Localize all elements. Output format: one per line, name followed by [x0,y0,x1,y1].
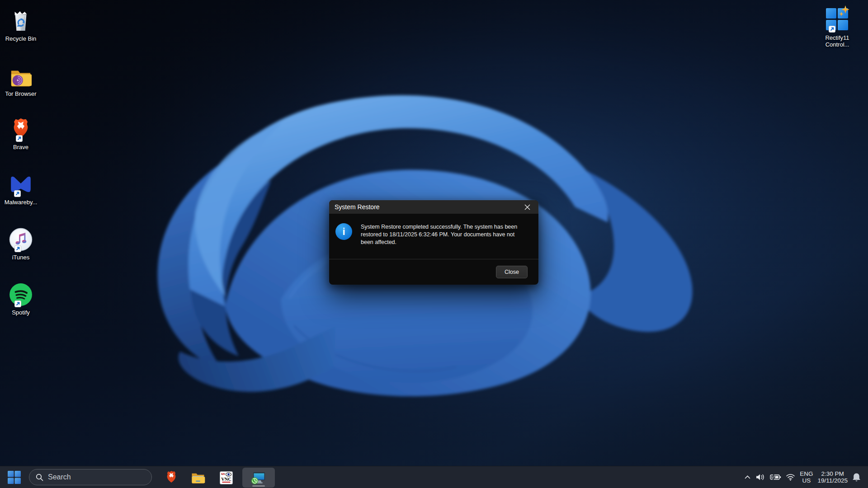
close-button[interactable]: Close [496,266,528,278]
search-box[interactable] [29,469,152,485]
vnc-viewer-icon: VNC [220,471,233,484]
dialog-message-line: been affected. [361,239,517,246]
dialog-body: i System Restore completed successfully.… [329,214,538,259]
rectify11-control-icon [824,5,850,32]
system-tray: ENG US 2:30 PM 19/11/2025 [744,466,868,488]
wifi-icon [786,474,795,481]
start-button[interactable] [6,469,22,485]
file-explorer-icon [191,472,205,484]
taskbar-app-system-restore[interactable] [242,468,275,488]
desktop-icon-rectify11-control[interactable]: Rectify11 Control... [816,5,858,48]
dialog-footer: Close [329,259,538,285]
desktop-icon-label: Brave [13,144,28,150]
bell-icon [852,473,861,482]
keyboard-layout: US [800,477,813,484]
taskbar-app-brave[interactable] [161,468,181,488]
recycle-bin-icon [10,9,31,33]
close-icon [524,204,530,210]
desktop-icon-tor-browser[interactable]: Tor Browser [1,60,41,97]
shortcut-arrow-icon [16,135,23,142]
notification-bell[interactable] [852,473,861,482]
desktop-icon-label: Rectify11 [825,34,849,41]
shortcut-arrow-icon [14,190,21,197]
chevron-up-icon [744,474,751,480]
tor-browser-icon [9,68,32,88]
desktop-icon-label: iTunes [12,254,30,261]
language-indicator[interactable]: ENG US [800,470,813,484]
malwarebytes-icon [9,173,33,196]
tray-volume[interactable] [755,473,765,481]
desktop: Recycle Bin Tor Browser [0,0,868,488]
desktop-icon-malwarebytes[interactable]: Malwareby... [1,168,41,206]
dialog-message-line: System Restore completed successfully. T… [361,223,517,231]
brave-taskbar-icon [165,470,178,485]
desktop-icon-label: Malwareby... [5,199,38,206]
desktop-icon-label: Recycle Bin [5,35,37,42]
desktop-icon-label: Tor Browser [5,90,36,97]
desktop-icon-spotify[interactable]: Spotify [1,278,41,316]
dialog-message-line: restored to 18/11/2025 6:32:46 PM. Your … [361,231,517,239]
dialog-message: System Restore completed successfully. T… [361,223,517,259]
windows-start-icon [8,471,21,484]
dialog-close-button[interactable] [519,201,535,213]
tray-chevron-up[interactable] [744,474,751,480]
tray-wifi[interactable] [786,474,795,481]
search-icon [36,474,43,481]
battery-charging-icon [770,474,781,480]
desktop-icon-recycle-bin[interactable]: Recycle Bin [1,5,41,42]
taskbar-app-file-explorer[interactable] [188,468,208,488]
desktop-icon-brave[interactable]: Brave [1,113,41,150]
search-input[interactable] [48,473,146,481]
desktop-icon-label: Control... [826,41,849,48]
language-code: ENG [800,470,813,477]
volume-icon [755,473,765,481]
clock[interactable]: 2:30 PM 19/11/2025 [817,470,848,484]
desktop-icon-itunes[interactable]: iTunes [1,223,41,261]
desktop-icon-label: Spotify [12,309,30,316]
system-restore-dialog: System Restore i System Restore complete… [329,200,538,285]
shortcut-arrow-icon [14,300,21,307]
taskbar-app-vnc[interactable]: VNC [216,468,236,488]
tray-date: 19/11/2025 [817,477,848,484]
dialog-title: System Restore [335,203,380,211]
vnc-logo-text: VNC [221,477,231,482]
shortcut-arrow-icon [829,26,835,33]
taskbar: VNC [0,466,868,488]
system-restore-app-icon [251,471,266,485]
tray-time: 2:30 PM [817,470,848,477]
shortcut-arrow-icon [14,245,21,252]
tray-battery[interactable] [770,474,781,480]
active-app-indicator [252,485,265,487]
dialog-titlebar: System Restore [329,200,538,214]
info-icon: i [335,223,352,240]
